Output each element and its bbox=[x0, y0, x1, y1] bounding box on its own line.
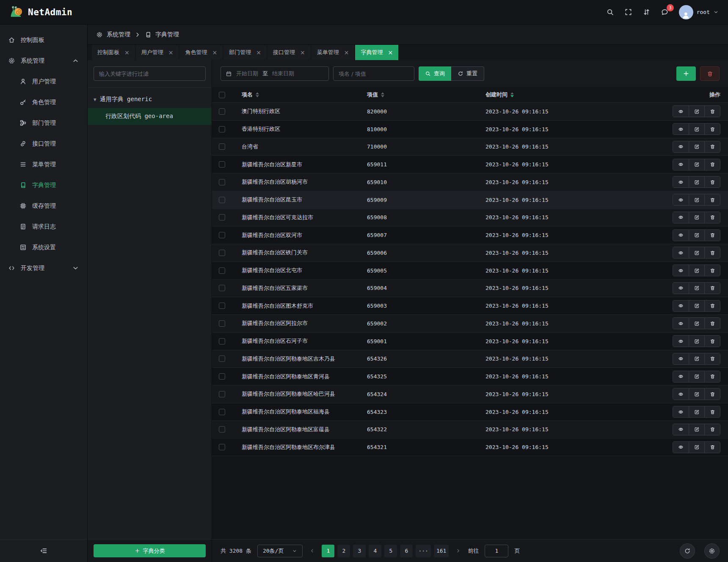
row-checkbox[interactable] bbox=[219, 338, 225, 344]
delete-button[interactable] bbox=[704, 159, 720, 170]
delete-button[interactable] bbox=[704, 318, 720, 329]
page-size-select[interactable]: 20条/页 bbox=[257, 545, 303, 557]
table-row[interactable]: 新疆维吾尔自治区阿勒泰地区福海县 654323 2023-10-26 09:16… bbox=[212, 403, 728, 421]
delete-button[interactable] bbox=[704, 353, 720, 364]
delete-button[interactable] bbox=[704, 424, 720, 435]
view-button[interactable] bbox=[673, 124, 689, 135]
row-checkbox[interactable] bbox=[219, 179, 225, 185]
delete-button[interactable] bbox=[704, 300, 720, 311]
edit-button[interactable] bbox=[689, 424, 704, 435]
edit-button[interactable] bbox=[689, 247, 704, 258]
date-range-picker[interactable]: 开始日期 至 结束日期 bbox=[221, 66, 329, 81]
table-row[interactable]: 新疆维吾尔自治区阿勒泰地区布尔津县 654321 2023-10-26 09:1… bbox=[212, 438, 728, 456]
delete-button[interactable] bbox=[704, 336, 720, 347]
sidebar-item[interactable]: 请求日志 bbox=[0, 216, 87, 237]
view-button[interactable] bbox=[673, 194, 689, 205]
delete-button[interactable] bbox=[704, 247, 720, 258]
page-button[interactable]: 6 bbox=[400, 545, 413, 557]
refresh-fab-icon[interactable] bbox=[680, 543, 695, 559]
view-button[interactable] bbox=[673, 336, 689, 347]
batch-delete-button[interactable] bbox=[700, 66, 720, 81]
end-date-placeholder[interactable]: 结束日期 bbox=[272, 70, 294, 77]
view-button[interactable] bbox=[673, 283, 689, 294]
avatar[interactable] bbox=[679, 5, 693, 19]
sidebar-item[interactable]: 角色管理 bbox=[0, 92, 87, 113]
row-checkbox[interactable] bbox=[219, 409, 225, 415]
row-checkbox[interactable] bbox=[219, 232, 225, 238]
tab-close-icon[interactable]: × bbox=[388, 49, 393, 56]
edit-button[interactable] bbox=[689, 159, 704, 170]
row-checkbox[interactable] bbox=[219, 303, 225, 309]
table-row[interactable]: 新疆维吾尔自治区石河子市 659001 2023-10-26 09:16:15 bbox=[212, 333, 728, 350]
edit-button[interactable] bbox=[689, 230, 704, 241]
row-checkbox[interactable] bbox=[219, 426, 225, 433]
view-button[interactable] bbox=[673, 371, 689, 382]
edit-button[interactable] bbox=[689, 353, 704, 364]
fullscreen-icon[interactable] bbox=[624, 8, 632, 16]
table-row[interactable]: 新疆维吾尔自治区昆玉市 659009 2023-10-26 09:16:15 bbox=[212, 191, 728, 209]
add-dictionary-category-button[interactable]: 字典分类 bbox=[94, 544, 206, 557]
view-button[interactable] bbox=[673, 106, 689, 117]
reset-button[interactable]: 重置 bbox=[451, 66, 484, 81]
swap-vertical-icon[interactable] bbox=[643, 8, 651, 16]
edit-button[interactable] bbox=[689, 283, 704, 294]
sidebar-item[interactable]: 接口管理 bbox=[0, 133, 87, 154]
add-item-button[interactable] bbox=[676, 66, 696, 81]
view-button[interactable] bbox=[673, 247, 689, 258]
sidebar-item[interactable]: 缓存管理 bbox=[0, 196, 87, 216]
table-row[interactable]: 新疆维吾尔自治区阿勒泰地区吉木乃县 654326 2023-10-26 09:1… bbox=[212, 350, 728, 368]
table-row[interactable]: 新疆维吾尔自治区阿勒泰地区青河县 654325 2023-10-26 09:16… bbox=[212, 368, 728, 386]
tab[interactable]: 控制面板 × bbox=[92, 45, 135, 60]
edit-button[interactable] bbox=[689, 371, 704, 382]
tree-filter-input[interactable] bbox=[94, 66, 206, 81]
sidebar-group-dev[interactable]: 开发管理 bbox=[0, 258, 87, 278]
sidebar-item[interactable]: 系统设置 bbox=[0, 237, 87, 258]
table-row[interactable]: 新疆维吾尔自治区新星市 659011 2023-10-26 09:16:15 bbox=[212, 156, 728, 174]
tab-close-icon[interactable]: × bbox=[344, 49, 349, 56]
view-button[interactable] bbox=[673, 318, 689, 329]
tab[interactable]: 部门管理 × bbox=[223, 45, 267, 60]
edit-button[interactable] bbox=[689, 265, 704, 276]
sort-value-icon[interactable] bbox=[381, 92, 384, 97]
edit-button[interactable] bbox=[689, 194, 704, 205]
table-row[interactable]: 新疆维吾尔自治区五家渠市 659004 2023-10-26 09:16:15 bbox=[212, 280, 728, 298]
tab-close-icon[interactable]: × bbox=[124, 49, 130, 56]
delete-button[interactable] bbox=[704, 265, 720, 276]
row-checkbox[interactable] bbox=[219, 444, 225, 450]
view-button[interactable] bbox=[673, 159, 689, 170]
row-checkbox[interactable] bbox=[219, 108, 225, 115]
sidebar-item-dashboard[interactable]: 控制面板 bbox=[0, 30, 87, 50]
column-created[interactable]: 创建时间 bbox=[485, 91, 626, 99]
tab[interactable]: 用户管理 × bbox=[136, 45, 179, 60]
column-value[interactable]: 项值 bbox=[367, 91, 485, 99]
start-date-placeholder[interactable]: 开始日期 bbox=[236, 70, 258, 77]
prev-page-icon[interactable] bbox=[309, 548, 316, 554]
edit-button[interactable] bbox=[689, 124, 704, 135]
delete-button[interactable] bbox=[704, 442, 720, 453]
tab-close-icon[interactable]: × bbox=[168, 49, 174, 56]
table-row[interactable]: 台湾省 710000 2023-10-26 09:16:15 bbox=[212, 138, 728, 156]
page-button[interactable]: 1 bbox=[322, 545, 334, 557]
sidebar-collapse-icon[interactable] bbox=[40, 547, 48, 555]
table-row[interactable]: 新疆维吾尔自治区胡杨河市 659010 2023-10-26 09:16:15 bbox=[212, 174, 728, 191]
edit-button[interactable] bbox=[689, 318, 704, 329]
row-checkbox[interactable] bbox=[219, 126, 225, 132]
edit-button[interactable] bbox=[689, 141, 704, 152]
select-all-checkbox[interactable] bbox=[219, 92, 225, 98]
tab[interactable]: 菜单管理 × bbox=[312, 45, 355, 60]
page-button[interactable]: 3 bbox=[353, 545, 366, 557]
delete-button[interactable] bbox=[704, 106, 720, 117]
keyword-input[interactable] bbox=[333, 66, 414, 81]
tab[interactable]: 字典管理 × bbox=[355, 45, 398, 60]
page-button[interactable]: 2 bbox=[337, 545, 350, 557]
tree-expand-icon[interactable]: ▼ bbox=[94, 97, 97, 102]
goto-page-input[interactable] bbox=[485, 545, 508, 557]
edit-button[interactable] bbox=[689, 300, 704, 311]
settings-fab-icon[interactable] bbox=[704, 543, 720, 559]
breadcrumb-section[interactable]: 系统管理 bbox=[107, 31, 130, 39]
sidebar-group-system[interactable]: 系统管理 bbox=[0, 50, 87, 71]
table-row[interactable]: 新疆维吾尔自治区阿勒泰地区哈巴河县 654324 2023-10-26 09:1… bbox=[212, 386, 728, 403]
view-button[interactable] bbox=[673, 212, 689, 223]
delete-button[interactable] bbox=[704, 283, 720, 294]
edit-button[interactable] bbox=[689, 106, 704, 117]
